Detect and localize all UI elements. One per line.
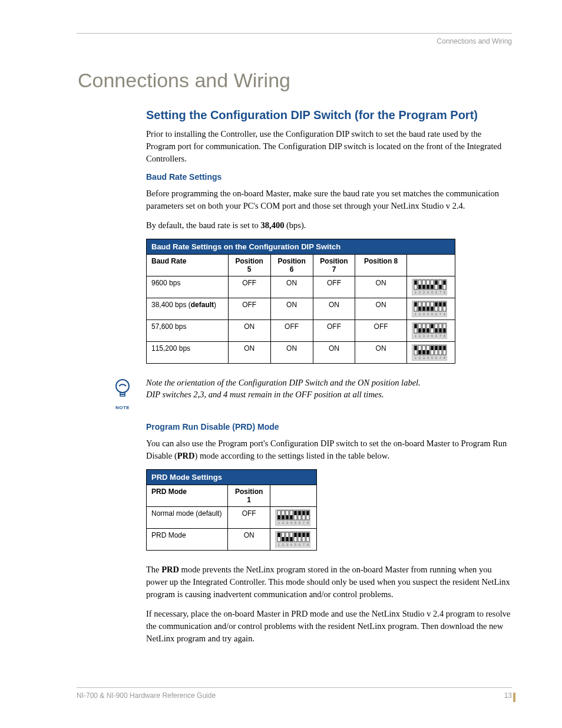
svg-rect-58	[422, 328, 425, 332]
note-block: NOTE Note the orientation of the Configu…	[105, 377, 512, 410]
svg-rect-133	[282, 537, 285, 541]
svg-rect-123	[303, 511, 305, 515]
note-line-2: DIP switches 2,3, and 4 must remain in t…	[146, 388, 512, 400]
svg-rect-95	[439, 346, 441, 350]
intro-paragraph: Prior to installing the Controller, use …	[146, 128, 512, 165]
svg-rect-67	[435, 328, 437, 332]
svg-rect-42	[435, 302, 437, 307]
svg-rect-2	[414, 281, 416, 285]
svg-rect-145	[299, 533, 301, 537]
baud-paragraph-1: Before programming the on-board Master, …	[146, 187, 512, 212]
svg-rect-48	[443, 302, 445, 307]
svg-rect-52	[414, 324, 416, 328]
note-line-1: Note the orientation of the Configuratio…	[146, 377, 512, 388]
svg-rect-70	[439, 328, 441, 332]
subheading-baud: Baud Rate Settings	[146, 172, 512, 182]
prd-mode-table: PRD Mode Settings PRD Mode Position 1 No…	[146, 469, 317, 551]
footer-page-number: 13	[504, 691, 512, 700]
prd-paragraph-2: The PRD mode prevents the NetLinx progra…	[146, 564, 512, 601]
footer-accent-bar	[513, 693, 515, 702]
svg-rect-17	[435, 281, 437, 285]
svg-rect-45	[439, 302, 441, 307]
svg-rect-108	[282, 515, 285, 519]
svg-rect-102	[120, 394, 125, 396]
svg-rect-33	[422, 307, 425, 311]
dip-switch-icon: 12345678	[270, 529, 317, 551]
svg-rect-92	[435, 346, 437, 350]
dip-switch-icon: 12345678	[406, 298, 455, 320]
svg-rect-73	[443, 328, 445, 332]
svg-rect-14	[431, 285, 433, 289]
table-row: PRD ModeON 12345678	[147, 529, 317, 551]
svg-rect-98	[443, 346, 445, 350]
page-title: Connections and Wiring	[78, 69, 512, 92]
svg-rect-151	[307, 533, 309, 537]
svg-point-100	[116, 380, 129, 393]
svg-rect-30	[418, 307, 421, 311]
table-row: 57,600 bpsONOFFOFFOFF 12345678	[147, 320, 455, 342]
svg-rect-130	[278, 533, 280, 537]
baud-rate-table: Baud Rate Settings on the Configuration …	[146, 239, 455, 364]
svg-rect-5	[418, 285, 421, 289]
dip-switch-icon: 12345678	[406, 320, 455, 342]
lightbulb-icon	[113, 378, 133, 401]
footer-left: NI-700 & NI-900 Hardware Reference Guide	[77, 691, 216, 700]
svg-rect-105	[278, 515, 280, 519]
section-heading: Setting the Configuration DIP Switch (fo…	[146, 108, 512, 122]
svg-rect-39	[431, 307, 433, 311]
svg-rect-111	[286, 515, 289, 519]
svg-rect-61	[427, 328, 429, 332]
table-row: 115,200 bpsONONONON 12345678	[147, 342, 455, 364]
baud-paragraph-2: By default, the baud rate is set to 38,4…	[146, 219, 512, 232]
prd-paragraph-3: If necessary, place the on-board Master …	[146, 608, 512, 645]
svg-rect-86	[427, 350, 429, 354]
table-title: PRD Mode Settings	[147, 470, 317, 485]
table-title: Baud Rate Settings on the Configuration …	[147, 239, 455, 255]
svg-rect-148	[303, 533, 305, 537]
svg-rect-83	[422, 350, 425, 354]
dip-switch-icon: 12345678	[406, 276, 455, 298]
svg-rect-142	[295, 533, 297, 537]
note-label: NOTE	[105, 405, 140, 410]
table-header-row: PRD Mode Position 1	[147, 485, 317, 507]
table-row: 38,400 bps (default)OFFONONON 12345678	[147, 298, 455, 320]
svg-rect-117	[295, 511, 297, 515]
svg-rect-55	[418, 328, 421, 332]
header-section: Connections and Wiring	[77, 37, 512, 45]
dip-switch-icon: 12345678	[406, 342, 455, 364]
svg-rect-36	[427, 307, 429, 311]
table-row: Normal mode (default)OFF 12345678	[147, 507, 317, 529]
subheading-prd: Program Run Disable (PRD) Mode	[146, 422, 512, 431]
svg-rect-64	[431, 324, 433, 328]
svg-rect-114	[290, 515, 293, 519]
svg-rect-139	[290, 537, 293, 541]
svg-rect-23	[443, 281, 445, 285]
svg-rect-11	[427, 285, 429, 289]
svg-rect-89	[431, 346, 433, 350]
prd-paragraph-1: You can also use the Program port's Conf…	[146, 437, 512, 462]
svg-rect-20	[439, 285, 441, 289]
svg-rect-27	[414, 302, 416, 307]
svg-rect-136	[286, 537, 289, 541]
svg-rect-8	[422, 285, 425, 289]
svg-rect-80	[418, 350, 421, 354]
table-header-row: Baud Rate Position 5 Position 6 Position…	[147, 255, 455, 276]
table-row: 9600 bpsOFFONOFFON 12345678	[147, 276, 455, 298]
svg-rect-126	[307, 511, 309, 515]
svg-rect-120	[299, 511, 301, 515]
dip-switch-icon: 12345678	[270, 507, 317, 529]
svg-rect-77	[414, 346, 416, 350]
